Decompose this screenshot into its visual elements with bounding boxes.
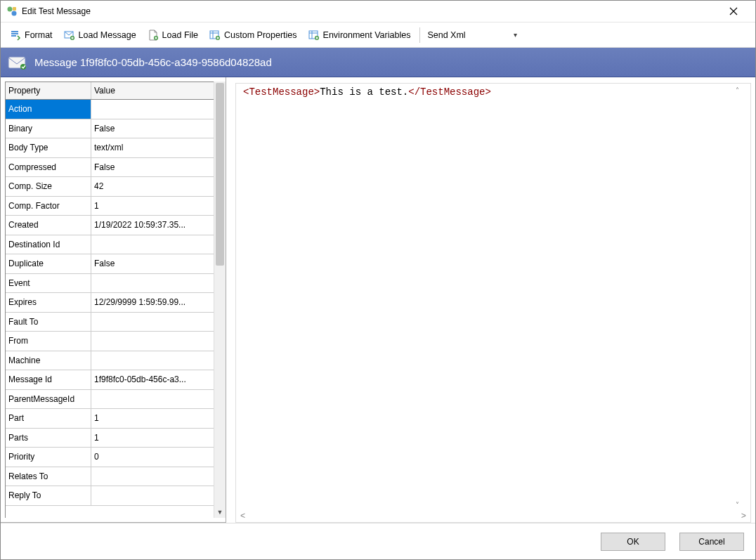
table-row[interactable]: ParentMessageId bbox=[6, 390, 214, 410]
property-cell[interactable]: Binary bbox=[6, 119, 91, 138]
env-vars-button[interactable]: Environment Variables bbox=[304, 27, 416, 44]
value-cell[interactable]: 1f9f8fc0-05db-456c-a3... bbox=[91, 370, 214, 389]
property-cell[interactable]: Event bbox=[6, 274, 91, 293]
property-cell[interactable]: Compressed bbox=[6, 158, 91, 177]
format-icon bbox=[10, 30, 21, 41]
table-row[interactable]: Comp. Size42 bbox=[6, 177, 214, 197]
message-header-bar: Message 1f9f8fc0-05db-456c-a349-9586d048… bbox=[1, 48, 755, 77]
table-row[interactable]: Action bbox=[6, 100, 214, 119]
value-cell[interactable] bbox=[91, 467, 214, 486]
property-cell[interactable]: Action bbox=[6, 100, 91, 119]
value-cell[interactable] bbox=[91, 390, 214, 409]
editor-horizontal-scroll[interactable]: <> bbox=[236, 510, 750, 522]
property-cell[interactable]: ParentMessageId bbox=[6, 390, 91, 409]
value-cell[interactable]: 1 bbox=[91, 429, 214, 448]
table-row[interactable]: DuplicateFalse bbox=[6, 254, 214, 274]
table-row[interactable]: Fault To bbox=[6, 313, 214, 332]
value-cell[interactable]: 0 bbox=[91, 448, 214, 467]
property-cell[interactable]: Expires bbox=[6, 293, 91, 312]
value-cell[interactable] bbox=[91, 332, 214, 351]
load-message-label: Load Message bbox=[79, 30, 136, 40]
close-button[interactable] bbox=[717, 1, 750, 22]
value-cell[interactable]: 12/29/9999 1:59:59.99... bbox=[91, 293, 214, 312]
value-cell[interactable] bbox=[91, 235, 214, 254]
property-cell[interactable]: Destination Id bbox=[6, 235, 91, 254]
value-cell[interactable] bbox=[91, 351, 214, 370]
scroll-thumb[interactable] bbox=[216, 83, 224, 266]
table-row[interactable]: Relates To bbox=[6, 467, 214, 487]
format-button[interactable]: Format bbox=[5, 27, 58, 44]
property-cell[interactable]: Parts bbox=[6, 429, 91, 448]
property-cell[interactable]: Comp. Factor bbox=[6, 197, 91, 216]
property-cell[interactable]: Part bbox=[6, 409, 91, 428]
table-row[interactable]: Comp. Factor1 bbox=[6, 197, 214, 216]
table-row[interactable]: CompressedFalse bbox=[6, 158, 214, 178]
env-vars-icon bbox=[308, 30, 320, 41]
property-cell[interactable]: Comp. Size bbox=[6, 177, 91, 196]
message-title: Message 1f9f8fc0-05db-456c-a349-9586d048… bbox=[34, 56, 272, 68]
table-row[interactable]: Body Typetext/xml bbox=[6, 138, 214, 158]
table-row[interactable]: Reply To bbox=[6, 486, 214, 506]
value-cell[interactable]: text/xml bbox=[91, 138, 214, 157]
load-message-icon bbox=[64, 30, 75, 41]
custom-properties-label: Custom Properties bbox=[224, 30, 297, 40]
xml-editor[interactable]: <TestMessage>This is a test.</TestMessag… bbox=[235, 83, 751, 523]
xml-text: This is a test. bbox=[320, 86, 408, 98]
property-cell[interactable]: Message Id bbox=[6, 370, 91, 389]
toolbar: Format Load Message Load File Custom Pro… bbox=[1, 22, 755, 48]
table-row[interactable]: From bbox=[6, 332, 214, 351]
window: Edit Test Message Format Load Message Lo… bbox=[0, 0, 756, 560]
scroll-down-icon[interactable]: ▼ bbox=[214, 506, 226, 518]
property-cell[interactable]: Created bbox=[6, 216, 91, 235]
property-cell[interactable]: Fault To bbox=[6, 313, 91, 332]
table-row[interactable]: Priority0 bbox=[6, 448, 214, 467]
table-row[interactable]: Event bbox=[6, 274, 214, 294]
chevron-down-icon: ▾ bbox=[511, 31, 519, 39]
cancel-button[interactable]: Cancel bbox=[679, 533, 744, 551]
load-message-button[interactable]: Load Message bbox=[59, 27, 141, 44]
property-cell[interactable]: From bbox=[6, 332, 91, 351]
envelope-icon bbox=[8, 55, 27, 70]
editor-vertical-scroll[interactable]: ˄˅ bbox=[736, 86, 748, 509]
send-xml-dropdown[interactable]: Send Xml ▾ bbox=[424, 27, 523, 43]
properties-panel: Property Value ActionBinaryFalseBody Typ… bbox=[1, 77, 226, 523]
value-cell[interactable]: 1 bbox=[91, 409, 214, 428]
header-property[interactable]: Property bbox=[6, 82, 91, 99]
window-title: Edit Test Message bbox=[22, 6, 717, 16]
property-cell[interactable]: Body Type bbox=[6, 138, 91, 157]
xml-open-tag: <TestMessage> bbox=[243, 86, 320, 98]
value-cell[interactable]: 1 bbox=[91, 197, 214, 216]
value-cell[interactable]: False bbox=[91, 254, 214, 273]
table-row[interactable]: Destination Id bbox=[6, 235, 214, 255]
header-value[interactable]: Value bbox=[91, 82, 214, 99]
property-cell[interactable]: Relates To bbox=[6, 467, 91, 486]
custom-properties-button[interactable]: Custom Properties bbox=[204, 27, 302, 44]
properties-scrollbar[interactable]: ▲ ▼ bbox=[214, 82, 226, 518]
property-cell[interactable]: Priority bbox=[6, 448, 91, 467]
table-row[interactable]: Created1/19/2022 10:59:37.35... bbox=[6, 216, 214, 235]
value-cell[interactable] bbox=[91, 274, 214, 293]
value-cell[interactable]: False bbox=[91, 119, 214, 138]
xml-close-tag: </TestMessage> bbox=[408, 86, 491, 98]
table-row[interactable]: Expires12/29/9999 1:59:59.99... bbox=[6, 293, 214, 313]
value-cell[interactable]: False bbox=[91, 158, 214, 177]
custom-properties-icon bbox=[209, 30, 221, 41]
value-cell[interactable] bbox=[91, 100, 214, 119]
table-row[interactable]: Machine bbox=[6, 351, 214, 371]
table-row[interactable]: Parts1 bbox=[6, 429, 214, 448]
table-row[interactable]: BinaryFalse bbox=[6, 119, 214, 139]
value-cell[interactable]: 42 bbox=[91, 177, 214, 196]
property-cell[interactable]: Reply To bbox=[6, 486, 91, 505]
table-row[interactable]: Message Id1f9f8fc0-05db-456c-a3... bbox=[6, 370, 214, 390]
format-label: Format bbox=[25, 30, 53, 40]
property-cell[interactable]: Duplicate bbox=[6, 254, 91, 273]
table-row[interactable]: Part1 bbox=[6, 409, 214, 429]
property-cell[interactable]: Machine bbox=[6, 351, 91, 370]
value-cell[interactable] bbox=[91, 486, 214, 505]
load-file-button[interactable]: Load File bbox=[143, 27, 203, 44]
value-cell[interactable]: 1/19/2022 10:59:37.35... bbox=[91, 216, 214, 235]
ok-button[interactable]: OK bbox=[601, 533, 665, 551]
value-cell[interactable] bbox=[91, 313, 214, 332]
properties-grid[interactable]: Property Value ActionBinaryFalseBody Typ… bbox=[5, 82, 214, 518]
svg-point-1 bbox=[12, 11, 17, 16]
